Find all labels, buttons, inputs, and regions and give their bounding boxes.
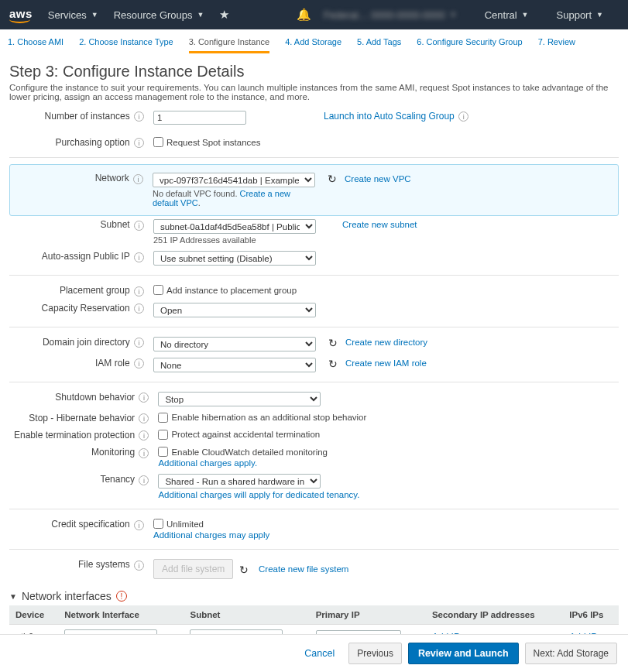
launch-asg-link[interactable]: Launch into Auto Scaling Group (324, 111, 455, 122)
refresh-icon[interactable]: ↻ (328, 173, 337, 185)
refresh-icon[interactable]: ↻ (239, 564, 249, 576)
info-icon[interactable]: i (134, 358, 144, 369)
charges-link[interactable]: Additional charges apply. (158, 458, 614, 468)
purchasing-label: Purchasing option (56, 137, 130, 148)
cancel-button[interactable]: Cancel (297, 643, 342, 664)
subnet-select[interactable]: subnet-0a1daf4d5d5ea58bf | Public subnet… (153, 219, 316, 234)
collapse-icon: ▼ (9, 592, 17, 601)
info-icon[interactable]: i (134, 252, 144, 262)
info-icon[interactable]: i (134, 338, 144, 348)
page-title: Step 3: Configure Instance Details (9, 63, 619, 81)
iam-label: IAM role (95, 358, 130, 369)
autoip-label: Auto-assign Public IP (42, 251, 130, 262)
add-fs-button: Add file system (153, 559, 233, 579)
info-icon[interactable]: i (134, 221, 144, 231)
info-icon[interactable]: i (139, 393, 149, 403)
wizard-tabs: 1. Choose AMI 2. Choose Instance Type 3.… (0, 29, 628, 53)
subnet-label: Subnet (101, 219, 130, 230)
autoip-select[interactable]: Use subnet setting (Disable) (153, 251, 316, 266)
fs-label: File systems (78, 559, 130, 570)
network-label: Network (95, 173, 129, 183)
footer-bar: Cancel Previous Review and Launch Next: … (0, 634, 628, 672)
termination-label: Enable termination protection (14, 430, 135, 441)
network-select[interactable]: vpc-097f37c16d4541dab | Example_VPC (153, 173, 315, 187)
credit-label: Credit specification (51, 519, 129, 530)
shutdown-label: Shutdown behavior (55, 392, 135, 403)
info-icon[interactable]: i (139, 430, 149, 441)
info-icon[interactable]: i (139, 448, 149, 458)
tab-review[interactable]: 7. Review (538, 37, 575, 53)
info-icon[interactable]: i (458, 111, 468, 122)
aws-logo[interactable]: aws (9, 7, 33, 23)
tab-instance-type[interactable]: 2. Choose Instance Type (79, 37, 173, 53)
previous-button[interactable]: Previous (348, 643, 402, 664)
info-icon[interactable]: i (139, 475, 149, 485)
support-menu[interactable]: Support▼ (557, 9, 603, 21)
create-directory-link[interactable]: Create new directory (345, 338, 427, 347)
monitoring-checkbox[interactable] (158, 447, 168, 457)
account-menu[interactable]: Federat… 0000-0000-0000 ▼ (324, 9, 457, 21)
create-subnet-link[interactable]: Create new subnet (342, 220, 417, 229)
warning-icon: ! (116, 591, 127, 602)
info-icon[interactable]: i (134, 286, 144, 297)
refresh-icon[interactable]: ↻ (328, 358, 338, 370)
create-iam-link[interactable]: Create new IAM role (345, 358, 427, 368)
info-icon[interactable]: i (134, 111, 144, 122)
create-fs-link[interactable]: Create new file system (259, 564, 348, 574)
num-instances-label: Number of instances (45, 111, 130, 122)
info-icon[interactable]: i (134, 561, 144, 571)
info-icon[interactable]: i (134, 138, 144, 148)
info-icon[interactable]: i (134, 520, 144, 530)
hibernate-checkbox[interactable] (158, 413, 168, 423)
spot-checkbox[interactable] (153, 137, 163, 147)
credit-checkbox[interactable] (153, 519, 163, 529)
domain-label: Domain join directory (43, 337, 130, 348)
termination-checkbox[interactable] (158, 430, 168, 440)
tenancy-select[interactable]: Shared - Run a shared hardware instance (158, 474, 321, 489)
top-nav: aws Services▼ Resource Groups▼ ★ 🔔 Feder… (0, 0, 628, 29)
services-menu[interactable]: Services▼ (48, 9, 98, 21)
monitoring-label: Monitoring (91, 447, 135, 458)
create-vpc-link[interactable]: Create new VPC (345, 174, 411, 183)
iam-select[interactable]: None (153, 358, 316, 372)
resource-groups-menu[interactable]: Resource Groups▼ (114, 9, 204, 21)
page-subtitle: Configure the instance to suit your requ… (9, 83, 619, 101)
info-icon[interactable]: i (134, 303, 144, 314)
num-instances-input[interactable] (153, 111, 246, 125)
next-button[interactable]: Next: Add Storage (525, 643, 617, 664)
notifications-icon[interactable]: 🔔 (297, 8, 311, 22)
network-interfaces-header[interactable]: ▼ Network interfaces ! (9, 590, 619, 602)
refresh-icon[interactable]: ↻ (328, 337, 338, 349)
domain-select[interactable]: No directory (153, 337, 316, 351)
capres-label: Capacity Reservation (42, 303, 130, 314)
credit-charges-link[interactable]: Additional charges may apply (153, 530, 614, 540)
hibernate-label: Stop - Hibernate behavior (29, 413, 135, 423)
region-menu[interactable]: Central▼ (485, 9, 529, 21)
info-icon[interactable]: i (139, 413, 149, 423)
review-launch-button[interactable]: Review and Launch (408, 643, 519, 664)
capres-select[interactable]: Open (153, 303, 316, 317)
shutdown-select[interactable]: Stop (158, 392, 321, 406)
placement-checkbox[interactable] (153, 285, 163, 295)
info-icon[interactable]: i (133, 174, 143, 184)
tenancy-label: Tenancy (100, 474, 135, 485)
tab-add-tags[interactable]: 5. Add Tags (357, 37, 401, 53)
tab-security-group[interactable]: 6. Configure Security Group (417, 37, 522, 53)
tenancy-charges-link[interactable]: Additional charges will apply for dedica… (158, 490, 614, 499)
tab-configure-instance[interactable]: 3. Configure Instance (189, 37, 270, 53)
tab-choose-ami[interactable]: 1. Choose AMI (8, 37, 63, 53)
placement-label: Placement group (60, 285, 130, 296)
pin-icon[interactable]: ★ (219, 8, 229, 22)
tab-add-storage[interactable]: 4. Add Storage (285, 37, 341, 53)
